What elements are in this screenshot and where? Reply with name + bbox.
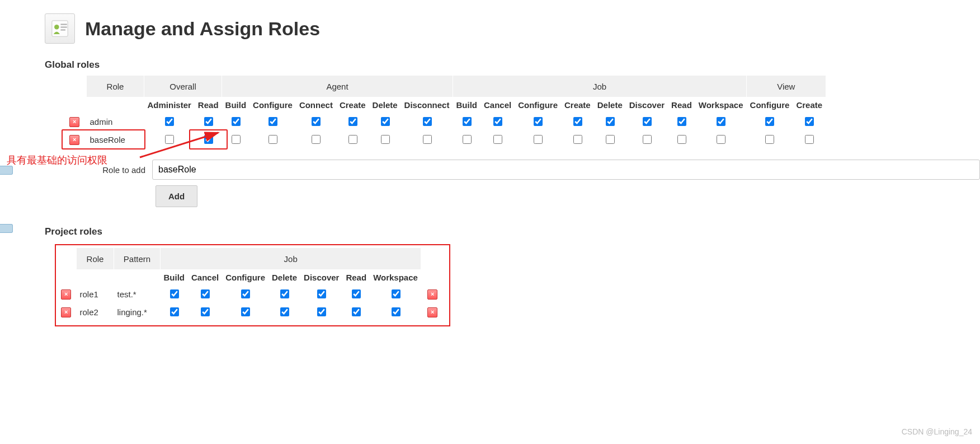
perm-checkbox[interactable] bbox=[392, 307, 401, 316]
perm-cancel-9: Cancel bbox=[480, 97, 515, 113]
highlight-read bbox=[189, 129, 228, 149]
role-to-add-input[interactable] bbox=[152, 160, 980, 180]
perm-disconnect-7: Disconnect bbox=[401, 97, 453, 113]
perm-create-17: Create bbox=[793, 97, 826, 113]
perm-delete: Delete bbox=[268, 270, 300, 286]
global-role-row: ×admin bbox=[63, 113, 826, 130]
perm-read: Read bbox=[342, 270, 370, 286]
perm-delete-12: Delete bbox=[594, 97, 626, 113]
role-name: admin bbox=[87, 113, 144, 130]
project-role-row: ×role1test.*× bbox=[56, 285, 444, 303]
perm-build-8: Build bbox=[453, 97, 480, 113]
global-role-row: ×baseRole bbox=[63, 130, 826, 148]
delete-icon[interactable]: × bbox=[427, 289, 437, 300]
perm-configure: Configure bbox=[222, 270, 268, 286]
user-badge-icon bbox=[45, 13, 75, 44]
perm-checkbox[interactable] bbox=[165, 135, 174, 144]
perm-checkbox[interactable] bbox=[493, 117, 502, 126]
perm-checkbox[interactable] bbox=[348, 117, 357, 126]
perm-checkbox[interactable] bbox=[606, 117, 615, 126]
perm-create-5: Create bbox=[336, 97, 369, 113]
perm-checkbox[interactable] bbox=[204, 117, 213, 126]
colgroup-view: View bbox=[747, 76, 826, 97]
perm-checkbox[interactable] bbox=[241, 307, 250, 316]
perm-checkbox[interactable] bbox=[268, 135, 277, 144]
role-to-add-row: Role to add bbox=[95, 160, 980, 180]
perm-cancel: Cancel bbox=[188, 270, 222, 286]
perm-checkbox[interactable] bbox=[677, 135, 686, 144]
section-global-roles: Global roles bbox=[45, 59, 980, 71]
perm-checkbox[interactable] bbox=[423, 135, 432, 144]
col-role: Role bbox=[77, 248, 114, 270]
svg-point-1 bbox=[54, 25, 59, 29]
perm-checkbox[interactable] bbox=[643, 117, 652, 126]
perm-checkbox[interactable] bbox=[805, 135, 814, 144]
delete-icon[interactable]: × bbox=[69, 117, 79, 127]
perm-checkbox[interactable] bbox=[463, 135, 472, 144]
perm-checkbox[interactable] bbox=[606, 135, 615, 144]
perm-checkbox[interactable] bbox=[677, 117, 686, 126]
perm-checkbox[interactable] bbox=[392, 289, 401, 298]
perm-configure-3: Configure bbox=[249, 97, 296, 113]
perm-checkbox[interactable] bbox=[805, 117, 814, 126]
perm-checkbox[interactable] bbox=[381, 117, 390, 126]
perm-checkbox[interactable] bbox=[463, 117, 472, 126]
perm-checkbox[interactable] bbox=[534, 117, 543, 126]
perm-checkbox[interactable] bbox=[348, 135, 357, 144]
colgroup-overall: Overall bbox=[144, 76, 222, 97]
perm-checkbox[interactable] bbox=[717, 135, 725, 144]
delete-icon[interactable]: × bbox=[61, 289, 71, 300]
perm-checkbox[interactable] bbox=[765, 135, 774, 144]
perm-checkbox[interactable] bbox=[352, 307, 361, 316]
role-to-add-label: Role to add bbox=[95, 165, 145, 175]
col-role: Role bbox=[87, 76, 144, 97]
perm-checkbox[interactable] bbox=[352, 289, 361, 298]
perm-checkbox[interactable] bbox=[643, 135, 652, 144]
perm-checkbox[interactable] bbox=[170, 307, 179, 316]
perm-read-1: Read bbox=[195, 97, 222, 113]
perm-checkbox[interactable] bbox=[717, 117, 725, 126]
perm-checkbox[interactable] bbox=[280, 289, 289, 298]
perm-administer-0: Administer bbox=[144, 97, 195, 113]
perm-checkbox[interactable] bbox=[312, 135, 321, 144]
perm-checkbox[interactable] bbox=[268, 117, 277, 126]
perm-checkbox[interactable] bbox=[317, 289, 326, 298]
perm-delete-6: Delete bbox=[369, 97, 401, 113]
perm-checkbox[interactable] bbox=[381, 135, 390, 144]
perm-checkbox[interactable] bbox=[165, 117, 174, 126]
svg-rect-4 bbox=[60, 29, 65, 30]
perm-checkbox[interactable] bbox=[232, 135, 241, 144]
perm-configure-16: Configure bbox=[747, 97, 793, 113]
role-name: role1 bbox=[77, 285, 114, 303]
perm-checkbox[interactable] bbox=[573, 135, 582, 144]
project-role-row: ×role2linging.*× bbox=[56, 303, 444, 321]
perm-configure-10: Configure bbox=[515, 97, 561, 113]
perm-checkbox[interactable] bbox=[312, 117, 321, 126]
perm-checkbox[interactable] bbox=[280, 307, 289, 316]
perm-workspace: Workspace bbox=[370, 270, 421, 286]
perm-create-11: Create bbox=[561, 97, 594, 113]
perm-checkbox[interactable] bbox=[765, 117, 774, 126]
svg-rect-3 bbox=[60, 26, 67, 27]
perm-discover: Discover bbox=[300, 270, 342, 286]
perm-workspace-15: Workspace bbox=[695, 97, 747, 113]
perm-checkbox[interactable] bbox=[317, 307, 326, 316]
page-title: Manage and Assign Roles bbox=[85, 18, 320, 40]
delete-icon[interactable]: × bbox=[427, 307, 437, 317]
perm-checkbox[interactable] bbox=[170, 289, 179, 298]
perm-checkbox[interactable] bbox=[241, 289, 250, 298]
perm-checkbox[interactable] bbox=[493, 135, 502, 144]
perm-checkbox[interactable] bbox=[201, 307, 210, 316]
perm-checkbox[interactable] bbox=[573, 117, 582, 126]
perm-checkbox[interactable] bbox=[232, 117, 241, 126]
add-button[interactable]: Add bbox=[156, 185, 197, 207]
perm-checkbox[interactable] bbox=[201, 289, 210, 298]
delete-icon[interactable]: × bbox=[61, 307, 71, 317]
project-roles-table: Role Pattern Job BuildCancelConfigureDel… bbox=[56, 247, 444, 321]
perm-checkbox[interactable] bbox=[423, 117, 432, 126]
perm-checkbox[interactable] bbox=[534, 135, 543, 144]
perm-read-14: Read bbox=[668, 97, 695, 113]
role-pattern: linging.* bbox=[114, 303, 161, 321]
section-project-roles: Project roles bbox=[45, 226, 980, 237]
highlight-baserole bbox=[62, 129, 145, 149]
